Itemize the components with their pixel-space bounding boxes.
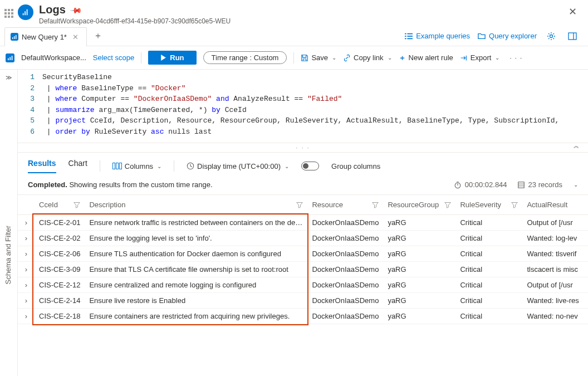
expand-row-button[interactable]: › [18, 215, 35, 231]
expand-row-button[interactable]: › [18, 231, 35, 246]
cell: Wanted: live-res [522, 293, 588, 309]
folder-icon [478, 32, 486, 40]
logs-logo-icon [18, 4, 33, 20]
table-row[interactable]: ›CIS-CE-2-06Ensure TLS authentication fo… [18, 246, 588, 262]
save-button[interactable]: Save⌄ [301, 53, 336, 62]
cell: Critical [455, 262, 522, 277]
cell: yaRG [383, 231, 455, 246]
cell: tlscacert is misc [522, 262, 588, 277]
cell: yaRG [383, 309, 455, 324]
export-icon [460, 54, 468, 62]
side-panel-collapsed[interactable]: ≫ Schema and Filter [0, 70, 18, 376]
cell: CIS-CE-2-14 [35, 293, 85, 309]
close-button[interactable]: ✕ [564, 3, 581, 20]
status-records: 23 records [517, 180, 562, 189]
query-tab-close[interactable]: ✕ [70, 33, 81, 41]
stopwatch-icon [454, 181, 462, 189]
cell: DockerOnIaaSDemo [307, 309, 383, 324]
run-button[interactable]: Run [148, 51, 196, 65]
expand-row-button[interactable]: › [18, 293, 35, 309]
example-queries-button[interactable]: Example queries [405, 32, 470, 40]
table-row[interactable]: ›CIS-CE-3-09Ensure that TLS CA certifica… [18, 262, 588, 277]
sidebar-toggle-button[interactable] [566, 32, 579, 41]
column-header[interactable]: Description [85, 195, 307, 215]
columns-icon [112, 163, 122, 169]
table-row[interactable]: ›CIS-CE-2-02Ensure the logging level is … [18, 231, 588, 246]
results-tab[interactable]: Results [28, 159, 56, 173]
column-header[interactable]: CceId [35, 195, 85, 215]
cell: Ensure TLS authentication for Docker dae… [85, 246, 307, 262]
split-handle[interactable]: · · ·︽ [18, 143, 588, 153]
cell: Critical [455, 309, 522, 324]
query-explorer-button[interactable]: Query explorer [478, 32, 537, 40]
status-message: Showing results from the custom time ran… [69, 180, 212, 189]
select-scope-button[interactable]: Select scope [93, 53, 134, 62]
column-header[interactable]: ResourceGroup [383, 195, 455, 215]
expand-side-icon[interactable]: ≫ [6, 74, 12, 81]
add-tab-button[interactable]: ＋ [87, 30, 109, 42]
svg-rect-5 [16, 35, 17, 39]
expand-row-button[interactable]: › [18, 309, 35, 324]
group-columns-toggle[interactable] [301, 162, 319, 170]
cell: yaRG [383, 262, 455, 277]
cell: Critical [455, 293, 522, 309]
svg-rect-9 [408, 36, 413, 37]
settings-button[interactable] [545, 32, 558, 41]
cell: Output of [/usr [522, 215, 588, 231]
cell: CIS-CE-3-09 [35, 262, 85, 277]
filter-icon[interactable] [74, 202, 80, 208]
column-header[interactable]: RuleSeverity [455, 195, 522, 215]
column-header[interactable]: Resource [307, 195, 383, 215]
chart-tab[interactable]: Chart [68, 159, 87, 173]
cell: DockerOnIaaSDemo [307, 277, 383, 293]
expand-row-button[interactable]: › [18, 262, 35, 277]
collapse-caret-icon[interactable]: ︽ [574, 142, 580, 150]
cell: DockerOnIaaSDemo [307, 246, 383, 262]
query-tab[interactable]: New Query 1* ✕ [4, 27, 87, 46]
cell: DockerOnIaaSDemo [307, 215, 383, 231]
app-grid-icon[interactable] [4, 9, 13, 18]
workspace-icon [6, 53, 14, 62]
svg-rect-3 [12, 37, 13, 39]
svg-rect-6 [405, 33, 406, 34]
cell: DockerOnIaaSDemo [307, 262, 383, 277]
display-time-button[interactable]: Display time (UTC+00:00)⌄ [187, 162, 289, 170]
side-panel-label: Schema and Filter [4, 226, 12, 285]
cell: Critical [455, 246, 522, 262]
table-row[interactable]: ›CIS-CE-2-01Ensure network traffic is re… [18, 215, 588, 231]
expand-row-button[interactable]: › [18, 246, 35, 262]
svg-rect-20 [518, 182, 524, 188]
svg-point-12 [550, 35, 553, 37]
filter-icon[interactable] [296, 202, 303, 208]
export-button[interactable]: Export⌄ [460, 53, 500, 62]
status-duration: 00:00:02.844 [454, 180, 507, 189]
filter-icon[interactable] [444, 202, 451, 208]
table-row[interactable]: ›CIS-CE-2-14Ensure live restore is Enabl… [18, 293, 588, 309]
new-alert-button[interactable]: ＋ New alert rule [399, 53, 453, 63]
filter-icon[interactable] [372, 202, 379, 208]
status-chevron-icon[interactable]: ⌄ [574, 182, 578, 188]
expand-row-button[interactable]: › [18, 277, 35, 293]
table-row[interactable]: ›CIS-CE-2-12Ensure centralized and remot… [18, 277, 588, 293]
cell: CIS-CE-2-18 [35, 309, 85, 324]
plus-icon: ＋ [399, 53, 406, 63]
svg-rect-11 [408, 38, 413, 39]
table-row[interactable]: ›CIS-CE-2-18Ensure containers are restri… [18, 309, 588, 324]
link-icon [343, 54, 351, 62]
time-range-button[interactable]: Time range : Custom [203, 51, 287, 64]
list-icon [405, 32, 413, 40]
pin-icon[interactable]: 📌 [70, 3, 82, 16]
column-header[interactable]: ActualResult [522, 195, 588, 215]
horizontal-scrollbar[interactable] [18, 367, 588, 376]
more-button[interactable]: · · · [506, 53, 526, 62]
svg-rect-0 [23, 13, 24, 16]
svg-rect-13 [569, 33, 576, 40]
svg-rect-4 [14, 36, 15, 39]
query-editor[interactable]: 1SecurityBaseline2 | where BaselineType … [18, 70, 588, 143]
columns-button[interactable]: Columns⌄ [112, 162, 161, 170]
svg-rect-8 [405, 36, 406, 37]
status-completed: Completed. [28, 180, 67, 189]
filter-icon[interactable] [511, 202, 518, 208]
cell: Critical [455, 231, 522, 246]
copy-link-button[interactable]: Copy link⌄ [343, 53, 391, 62]
